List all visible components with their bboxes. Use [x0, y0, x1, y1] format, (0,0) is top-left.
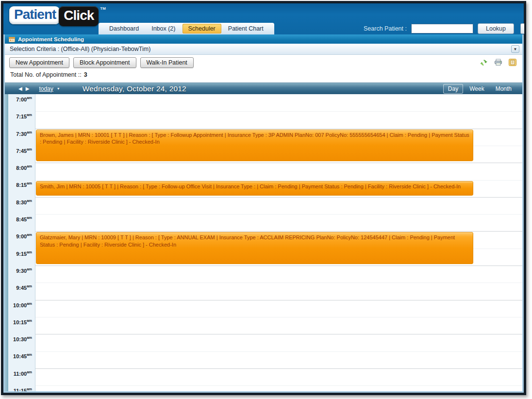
new-appointment-button[interactable]: New Appointment — [9, 57, 69, 68]
patientclick-logo: Patient Click TM — [9, 6, 106, 26]
walk-in-patient-button[interactable]: Walk-In Patient — [140, 57, 194, 68]
grid-line — [35, 163, 522, 163]
patientclick-window: Patient Click TM DashboardInbox (2)Sched… — [1, 1, 526, 395]
grid-line — [35, 111, 522, 112]
lookup-button[interactable]: Lookup — [478, 23, 514, 34]
grid-line — [35, 214, 522, 215]
search-patient-label: Search Patient : — [364, 25, 407, 32]
grid-line — [35, 300, 522, 300]
selection-criteria-bar[interactable]: Selection Criteria : (Office-All) (Physi… — [5, 44, 522, 55]
logo-patient-box: Patient — [9, 6, 60, 24]
time-label: 9:15am — [8, 249, 35, 266]
logo-click-box: Click — [59, 6, 99, 26]
trademark-label: TM — [100, 6, 106, 11]
today-caret-icon[interactable]: ▼ — [57, 87, 60, 90]
partial-button[interactable] — [520, 23, 524, 34]
today-link[interactable]: today — [39, 85, 53, 92]
time-label: 8:00am — [8, 163, 35, 180]
grid-line — [35, 317, 522, 317]
print-icon[interactable] — [493, 58, 503, 67]
time-label: 8:45am — [8, 214, 35, 231]
grid-line — [35, 283, 522, 283]
time-label: 10:45am — [8, 351, 35, 368]
top-banner: Patient Click TM DashboardInbox (2)Sched… — [3, 3, 524, 34]
tab-patient-chart[interactable]: Patient Chart — [222, 24, 269, 33]
grid-line — [35, 385, 522, 386]
appointment-block[interactable]: Brown, James | MRN : 10001 [ T T ] | Rea… — [36, 130, 473, 162]
tab-scheduler[interactable]: Scheduler — [183, 24, 221, 33]
appointment-scheduling-icon — [9, 36, 15, 42]
prev-day-icon[interactable]: ◀ — [18, 86, 22, 91]
nav-tabs: DashboardInbox (2)SchedulerPatient Chart — [99, 23, 274, 34]
grid-line — [35, 197, 522, 198]
export-icon[interactable] — [507, 58, 518, 67]
appointment-block[interactable]: Glatzmaier, Mary | MRN : 10009 [ T T ] |… — [36, 232, 473, 264]
chevron-down-icon[interactable]: ▼ — [511, 45, 519, 53]
grid-line — [35, 180, 522, 181]
tab-dashboard[interactable]: Dashboard — [103, 24, 145, 33]
time-label: 11:15am — [8, 385, 35, 391]
tab-inbox-2[interactable]: Inbox (2) — [146, 24, 181, 33]
refresh-icon[interactable] — [478, 58, 489, 67]
total-appointments-label: Total No. of Appointment :: — [10, 71, 82, 78]
time-label: 8:15am — [8, 180, 35, 197]
grid-left-strip — [5, 94, 8, 391]
appointment-block[interactable]: Smith, Jim | MRN : 10005 [ T T ] | Reaso… — [36, 181, 473, 196]
search-patient-input[interactable] — [411, 24, 473, 33]
time-label: 10:00am — [8, 300, 35, 317]
time-label: 7:15am — [8, 111, 35, 128]
day-schedule-grid: 7:00am7:15am7:30am7:45am8:00am8:15am8:30… — [5, 94, 522, 391]
grid-line — [35, 266, 522, 266]
time-label: 7:45am — [8, 146, 35, 163]
total-appointments-count: 3 — [84, 71, 87, 78]
time-label: 7:00am — [8, 94, 35, 111]
view-month[interactable]: Month — [491, 84, 516, 94]
selection-criteria-text: Selection Criteria : (Office-All) (Physi… — [10, 46, 150, 52]
time-label: 11:00am — [8, 368, 35, 385]
grid-line — [35, 129, 522, 129]
appointment-summary: Total No. of Appointment :: 3 — [5, 70, 522, 80]
grid-line — [35, 351, 522, 352]
search-patient-group: Search Patient : Lookup — [364, 23, 514, 34]
view-day[interactable]: Day — [443, 84, 463, 94]
logo-click-text: Click — [64, 8, 94, 23]
grid-line — [35, 368, 522, 369]
time-gutter: 7:00am7:15am7:30am7:45am8:00am8:15am8:30… — [8, 94, 35, 391]
time-label: 7:30am — [8, 129, 35, 146]
grid-line — [35, 231, 522, 232]
time-label: 9:00am — [8, 231, 35, 248]
calendar-nav-arrows: ◀ ▶ — [18, 86, 29, 91]
time-label: 8:30am — [8, 197, 35, 214]
toolbar: New AppointmentBlock AppointmentWalk-In … — [5, 55, 522, 70]
view-switcher: DayWeekMonth — [443, 84, 516, 94]
module-title-bar: Appointment Scheduling — [5, 34, 522, 44]
grid-line — [35, 334, 522, 334]
appointment-scheduling-module: Appointment Scheduling Selection Criteri… — [3, 34, 524, 393]
time-label: 9:30am — [8, 266, 35, 283]
block-appointment-button[interactable]: Block Appointment — [73, 57, 136, 68]
schedule-canvas[interactable]: Brown, James | MRN : 10001 [ T T ] | Rea… — [35, 94, 522, 391]
logo-patient-text: Patient — [14, 8, 56, 21]
calendar-date-title: Wednesday, October 24, 2012 — [83, 84, 186, 93]
time-label: 10:15am — [8, 317, 35, 334]
calendar-header: ◀ ▶ today ▼ Wednesday, October 24, 2012 … — [5, 83, 522, 94]
time-label: 10:30am — [8, 334, 35, 351]
module-title: Appointment Scheduling — [18, 36, 84, 42]
time-label: 9:45am — [8, 283, 35, 299]
next-day-icon[interactable]: ▶ — [26, 86, 30, 91]
view-week[interactable]: Week — [465, 84, 489, 94]
